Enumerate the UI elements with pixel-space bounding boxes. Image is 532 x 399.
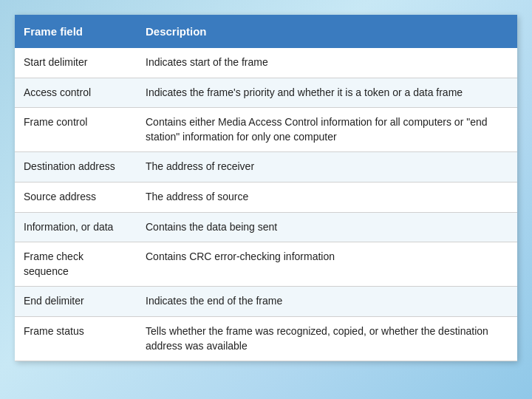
- table-row: End delimiterIndicates the end of the fr…: [15, 287, 517, 317]
- table-row: Start delimiterIndicates start of the fr…: [15, 48, 517, 78]
- col-header-frame-field: Frame field: [15, 15, 137, 48]
- frame-field-cell: Frame status: [15, 316, 137, 361]
- frame-field-cell: Frame control: [15, 108, 137, 152]
- description-cell: Indicates the end of the frame: [137, 287, 517, 317]
- frame-field-cell: Access control: [15, 78, 137, 108]
- table-row: Information, or dataContains the data be…: [15, 212, 517, 242]
- frame-field-cell: Frame check sequence: [15, 242, 137, 287]
- description-cell: Indicates the frame's priority and wheth…: [137, 78, 517, 108]
- description-cell: Indicates start of the frame: [137, 48, 517, 78]
- frame-field-cell: Start delimiter: [15, 48, 137, 78]
- table-row: Destination addressThe address of receiv…: [15, 152, 517, 183]
- table-row: Source addressThe address of source: [15, 182, 517, 212]
- table-row: Frame controlContains either Media Acces…: [15, 108, 517, 152]
- frame-field-cell: Information, or data: [15, 212, 137, 242]
- frame-field-cell: End delimiter: [15, 287, 137, 317]
- table-row: Frame check sequenceContains CRC error-c…: [15, 242, 517, 287]
- description-cell: Contains either Media Access Control inf…: [137, 108, 517, 152]
- table-header-row: Frame field Description: [15, 15, 517, 48]
- description-cell: Contains CRC error-checking information: [137, 242, 517, 287]
- table-row: Access controlIndicates the frame's prio…: [15, 78, 517, 108]
- frame-field-cell: Destination address: [15, 152, 137, 183]
- description-cell: The address of receiver: [137, 152, 517, 183]
- table-row: Frame statusTells whether the frame was …: [15, 316, 517, 361]
- description-cell: The address of source: [137, 182, 517, 212]
- description-cell: Contains the data being sent: [137, 212, 517, 242]
- frame-fields-table: Frame field Description Start delimiterI…: [15, 15, 517, 361]
- col-header-description: Description: [137, 15, 517, 48]
- description-cell: Tells whether the frame was recognized, …: [137, 316, 517, 361]
- frame-field-cell: Source address: [15, 182, 137, 212]
